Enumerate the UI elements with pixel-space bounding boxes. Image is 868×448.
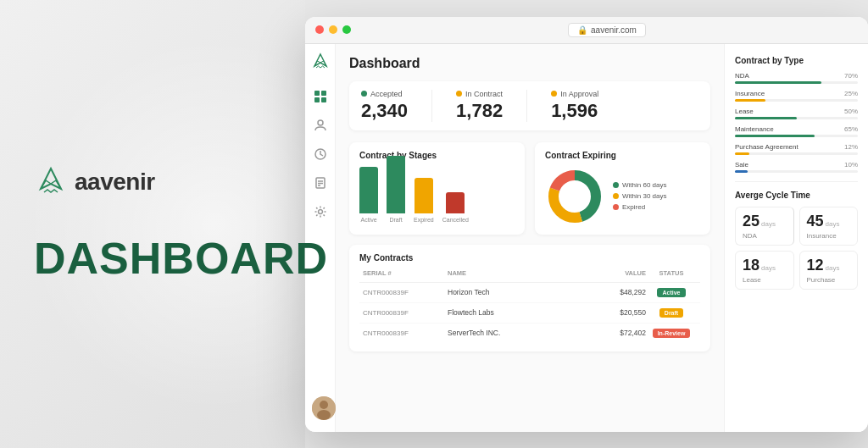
panel-divider xyxy=(735,181,858,182)
bar-expired-fill xyxy=(415,178,433,213)
col-header-value: Value xyxy=(587,269,646,277)
bar-chart-title: Contract by Stages xyxy=(359,151,515,160)
cycle-lease-value: 18 days xyxy=(743,257,787,274)
table-header: Serial # Name Value Status xyxy=(359,269,700,283)
contract-dot xyxy=(456,91,462,97)
stat-accepted-label: Accepted xyxy=(361,90,408,98)
cycle-lease: 18 days Lease xyxy=(735,251,794,290)
cycle-purchase: 12 days Purchase xyxy=(799,251,859,290)
cell-value-3: $72,402 xyxy=(587,329,646,337)
type-row-purchase: Purchase Agreement 12% xyxy=(735,143,858,151)
sidebar-settings-icon[interactable] xyxy=(314,205,327,218)
type-row-maintenance: Maintenance 65% xyxy=(735,125,858,133)
stat-accepted: Accepted 2,340 xyxy=(361,90,408,122)
cell-serial-3: CNTR000839F xyxy=(363,329,448,337)
legend-expired: Expired xyxy=(613,203,666,211)
type-row-sale: Sale 10% xyxy=(735,161,858,169)
stat-accepted-value: 2,340 xyxy=(361,100,408,122)
table-row: CNTR000839F ServerTech INC. $72,402 In-R… xyxy=(359,324,700,343)
svg-rect-2 xyxy=(314,97,320,102)
cycle-grid: 25 days NDA 45 days Insurance 18 days xyxy=(735,207,858,290)
type-item-purchase: Purchase Agreement 12% xyxy=(735,143,858,155)
avatar-svg xyxy=(312,396,336,420)
sidebar-logo-icon xyxy=(311,53,330,71)
legend-30-dot xyxy=(613,193,619,199)
sidebar-user-icon[interactable] xyxy=(314,119,327,132)
donut-chart-card: Contract Expiring xyxy=(535,142,710,235)
window-close-btn[interactable] xyxy=(315,25,324,34)
svg-rect-3 xyxy=(321,97,326,102)
bar-active: Active xyxy=(359,167,378,223)
window-maximize-btn[interactable] xyxy=(342,25,351,34)
cycle-time-title: Averge Cycle Time xyxy=(735,191,858,200)
contracts-card: My Contracts Serial # Name Value Status … xyxy=(349,245,710,351)
window-minimize-btn[interactable] xyxy=(329,25,337,34)
svg-rect-1 xyxy=(321,91,326,96)
contract-type-list: NDA 70% Insurance 25% Lease 50% xyxy=(735,72,858,173)
cycle-insurance-label: Insurance xyxy=(807,232,851,240)
status-badge-review: In-Review xyxy=(653,329,691,338)
cell-name-3: ServerTech INC. xyxy=(448,329,587,337)
url-text: aavenir.com xyxy=(591,25,637,35)
sidebar-clock-icon[interactable] xyxy=(314,147,327,161)
table-row: CNTR000839F Flowtech Labs $20,550 Draft xyxy=(359,303,700,324)
svg-point-7 xyxy=(318,209,322,213)
type-bar-nda xyxy=(735,81,821,84)
svg-point-12 xyxy=(559,181,590,212)
status-badge-active: Active xyxy=(657,288,685,297)
sidebar-grid-icon[interactable] xyxy=(314,90,327,103)
bar-draft-fill xyxy=(387,156,405,213)
bar-active-label: Active xyxy=(360,217,376,223)
lock-icon: 🔒 xyxy=(577,25,587,35)
dashboard-window: 🔒 aavenir.com xyxy=(305,17,868,432)
donut-svg xyxy=(545,167,604,226)
stats-row: Accepted 2,340 In Contract 1,782 xyxy=(349,81,710,130)
type-item-sale: Sale 10% xyxy=(735,161,858,173)
cycle-nda-value: 25 days xyxy=(743,213,787,230)
main-content: Dashboard Accepted 2,340 In Contract xyxy=(336,44,724,432)
cell-status-2: Draft xyxy=(646,308,697,318)
right-panel: Contract by Type NDA 70% Insurance 25% xyxy=(724,44,868,432)
branding-area: aavenir DASHBOARD xyxy=(0,0,305,448)
stat-approval-value: 1,596 xyxy=(551,100,598,122)
col-header-serial: Serial # xyxy=(363,269,448,277)
cell-name-2: Flowtech Labs xyxy=(448,308,587,317)
type-row-lease: Lease 50% xyxy=(735,108,858,115)
bar-cancelled-fill xyxy=(446,192,465,213)
stat-divider-1 xyxy=(431,90,432,122)
user-avatar[interactable] xyxy=(312,396,336,420)
type-bar-purchase xyxy=(735,152,749,155)
cycle-insurance: 45 days Insurance xyxy=(799,207,859,246)
cycle-lease-label: Lease xyxy=(743,276,787,284)
stat-in-approval: In Approval 1,596 xyxy=(551,90,598,122)
stat-divider-2 xyxy=(526,90,527,122)
cell-status-3: In-Review xyxy=(646,329,697,338)
dashboard-title: Dashboard xyxy=(349,56,420,71)
stat-approval-label: In Approval xyxy=(551,90,598,98)
type-row-nda: NDA 70% xyxy=(735,72,858,80)
logo-text: aavenir xyxy=(75,169,155,196)
cycle-purchase-label: Purchase xyxy=(807,276,851,284)
type-item-insurance: Insurance 25% xyxy=(735,90,858,102)
donut-legend: Within 60 days Within 30 days Expired xyxy=(613,181,666,211)
dash-header: Dashboard xyxy=(349,56,710,71)
dashboard-label: DASHBOARD xyxy=(34,233,328,284)
cycle-purchase-value: 12 days xyxy=(807,257,851,274)
svg-point-14 xyxy=(320,401,328,409)
type-item-lease: Lease 50% xyxy=(735,108,858,119)
type-row-insurance: Insurance 25% xyxy=(735,90,858,97)
col-header-status: Status xyxy=(646,269,697,277)
svg-rect-0 xyxy=(314,91,320,96)
type-item-nda: NDA 70% xyxy=(735,72,858,84)
bar-draft-label: Draft xyxy=(389,217,402,223)
cell-serial-1: CNTR000839F xyxy=(363,289,448,296)
bar-expired-label: Expired xyxy=(414,217,434,223)
status-badge-draft: Draft xyxy=(659,308,683,318)
type-bar-sale xyxy=(735,170,748,173)
cycle-nda-label: NDA xyxy=(743,232,787,240)
sidebar-document-icon[interactable] xyxy=(314,176,327,190)
legend-30days: Within 30 days xyxy=(613,192,666,200)
charts-row: Contract by Stages Active Draft Expir xyxy=(349,142,710,235)
type-bar-lease xyxy=(735,117,797,119)
bar-cancelled-label: Cancelled xyxy=(442,217,469,223)
